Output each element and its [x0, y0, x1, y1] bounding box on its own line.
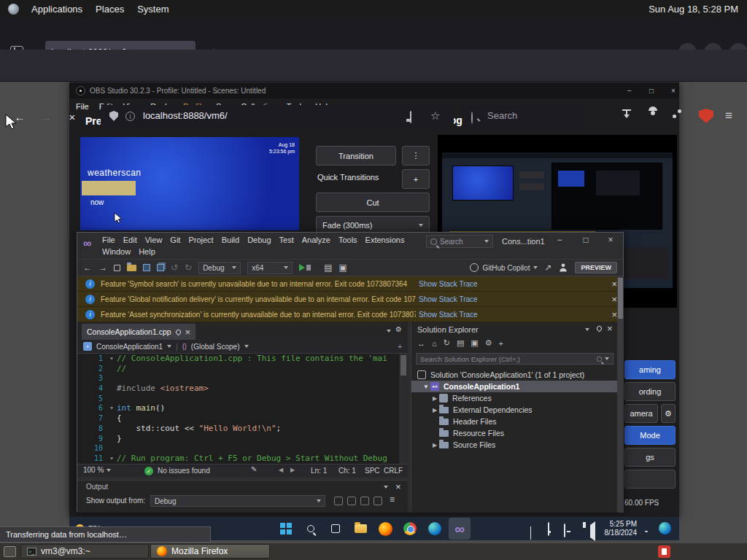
- close-icon[interactable]: ×: [395, 482, 401, 491]
- add-quick-transition-button[interactable]: +: [402, 169, 430, 189]
- ublock-origin-icon[interactable]: [699, 109, 713, 123]
- open-file-icon[interactable]: [127, 265, 136, 271]
- transition-button[interactable]: Transition: [316, 146, 396, 166]
- save-all-icon[interactable]: [157, 264, 164, 271]
- obs-minimize-button[interactable]: −: [622, 85, 638, 96]
- vs-menu-edit[interactable]: Edit: [123, 236, 137, 244]
- applications-menu-icon[interactable]: [8, 4, 19, 15]
- show-stack-trace-link[interactable]: Show Stack Trace: [419, 295, 478, 303]
- start-debugging-icon[interactable]: [299, 264, 305, 271]
- studio-mode-button[interactable]: Mode: [624, 426, 676, 445]
- show-stack-trace-link[interactable]: Show Stack Trace: [419, 280, 478, 288]
- close-icon[interactable]: ×: [611, 295, 617, 304]
- vs-menu-project[interactable]: Project: [188, 236, 213, 244]
- menu-places[interactable]: Places: [89, 0, 131, 18]
- stop-button[interactable]: ×: [63, 107, 82, 126]
- tree-item-source-files[interactable]: ▶ Source Files: [411, 439, 618, 451]
- add-view-icon[interactable]: +: [398, 343, 402, 351]
- vs-minimize-button[interactable]: −: [550, 236, 569, 244]
- taskbar-window-terminal[interactable]: >_ vm3@vm3:~: [20, 544, 149, 559]
- code-line[interactable]: 1▾// ConsoleApplication1.cpp : This file…: [77, 354, 399, 364]
- breadcrumb-project-dropdown[interactable]: ConsoleApplication1: [96, 343, 163, 351]
- pin-icon[interactable]: [174, 328, 182, 335]
- volume-tray-icon[interactable]: [583, 525, 595, 538]
- indentation-indicator[interactable]: SPC: [365, 467, 380, 475]
- refresh-icon[interactable]: ↻: [444, 338, 450, 348]
- transition-menu-button[interactable]: ⋮: [402, 146, 430, 166]
- code-line[interactable]: 7{: [77, 413, 399, 424]
- start-without-debugging-icon[interactable]: [311, 264, 317, 271]
- solution-explorer-search[interactable]: Search Solution Explorer (Ctrl+;): [416, 353, 614, 365]
- vs-menu-help[interactable]: Help: [139, 247, 155, 256]
- vs-search-box[interactable]: Search: [426, 235, 493, 248]
- vs-menu-file[interactable]: File: [102, 236, 115, 244]
- vs-menu-debug[interactable]: Debug: [247, 236, 271, 244]
- pencil-icon[interactable]: ✎: [251, 466, 257, 473]
- preview-pane[interactable]: Aug 18 5:23:56 pm weatherscan now: [80, 137, 299, 230]
- redo-icon[interactable]: ↻: [185, 263, 192, 272]
- output-source-select[interactable]: Debug: [150, 495, 325, 507]
- taskbar-clock[interactable]: 5:25 PM 8/18/2024: [595, 520, 637, 537]
- code-line[interactable]: 3: [77, 373, 399, 384]
- network-tray-icon[interactable]: [564, 524, 565, 537]
- switch-views-icon[interactable]: ↔: [417, 339, 425, 348]
- forward-button[interactable]: →: [36, 107, 55, 126]
- code-line[interactable]: 10: [77, 443, 399, 454]
- hidden-icons-chevron[interactable]: [530, 526, 531, 540]
- tree-item-project[interactable]: ▼ ++ ConsoleApplication1: [411, 381, 618, 392]
- vs-menu-analyze[interactable]: Analyze: [302, 236, 330, 244]
- undo-icon[interactable]: ↺: [171, 263, 178, 272]
- tree-item-solution[interactable]: Solution 'ConsoleApplication1' (1 of 1 p…: [411, 369, 618, 381]
- code-editor[interactable]: 1▾// ConsoleApplication1.cpp : This file…: [77, 354, 399, 464]
- share-icon[interactable]: ↗: [544, 263, 551, 272]
- virtual-camera-button[interactable]: amera: [624, 404, 658, 423]
- github-copilot-button[interactable]: GitHub Copilot: [470, 263, 538, 272]
- settings-button[interactable]: gs: [624, 448, 676, 467]
- taskbar-window-firefox[interactable]: Mozilla Firefox: [150, 544, 270, 559]
- chevron-down-icon[interactable]: [384, 486, 388, 489]
- start-recording-button[interactable]: ording: [624, 382, 676, 401]
- bookmark-star-icon[interactable]: ☆: [430, 109, 440, 122]
- pin-icon[interactable]: [596, 325, 603, 332]
- clear-output-icon[interactable]: [347, 497, 356, 505]
- add-item-icon[interactable]: +: [499, 339, 503, 348]
- editor-actions-icon[interactable]: ⚙: [395, 326, 402, 333]
- task-view-button[interactable]: [325, 518, 347, 540]
- arrow-left-icon[interactable]: ◀: [279, 467, 283, 473]
- exit-button[interactable]: [624, 470, 676, 489]
- search-bar[interactable]: Search: [462, 105, 585, 128]
- toolbar-options-icon[interactable]: ▣: [338, 263, 347, 272]
- obs-maximize-button[interactable]: □: [643, 85, 659, 96]
- code-line[interactable]: 6▾int main(): [77, 403, 399, 413]
- vs-maximize-button[interactable]: □: [576, 236, 595, 244]
- vs-menu-view[interactable]: View: [145, 236, 163, 244]
- arrow-right-icon[interactable]: ▶: [290, 467, 295, 473]
- vs-menu-git[interactable]: Git: [170, 236, 180, 244]
- ide-scrollbar[interactable]: [617, 276, 624, 513]
- chrome-taskbar-button[interactable]: [399, 518, 421, 540]
- navigate-forward-icon[interactable]: →: [98, 263, 107, 272]
- host-clock[interactable]: Sun Aug 18, 5:28 PM: [649, 4, 747, 15]
- account-icon[interactable]: [560, 263, 568, 271]
- cut-transition-button[interactable]: Cut: [316, 192, 430, 212]
- solution-platforms-select[interactable]: x64: [247, 262, 293, 274]
- vs-menu-tools[interactable]: Tools: [338, 236, 357, 244]
- vs-close-button[interactable]: ×: [601, 236, 620, 244]
- tree-item-external-dependencies[interactable]: ▶ External Dependencies: [411, 404, 618, 416]
- code-line[interactable]: 2//: [77, 364, 399, 374]
- file-explorer-button[interactable]: [349, 518, 371, 540]
- microphone-tray-icon[interactable]: [548, 523, 549, 536]
- start-button[interactable]: [275, 518, 297, 540]
- navigate-back-icon[interactable]: ←: [83, 263, 92, 272]
- code-line[interactable]: 4#include <iostream>: [77, 384, 399, 394]
- edge-tray-icon[interactable]: [659, 522, 671, 534]
- close-icon[interactable]: ×: [607, 324, 613, 333]
- obs-title-bar[interactable]: OBS Studio 30.2.3 - Profile: Untitled - …: [69, 82, 679, 98]
- picture-in-picture-icon[interactable]: [410, 111, 411, 123]
- menu-applications[interactable]: Applications: [25, 0, 89, 18]
- editor-scrollbar[interactable]: [399, 354, 408, 464]
- output-list-icon[interactable]: ≡: [390, 495, 395, 504]
- close-icon[interactable]: ×: [611, 310, 617, 319]
- edge-taskbar-button[interactable]: [424, 518, 446, 540]
- home-icon[interactable]: ⌂: [432, 339, 437, 348]
